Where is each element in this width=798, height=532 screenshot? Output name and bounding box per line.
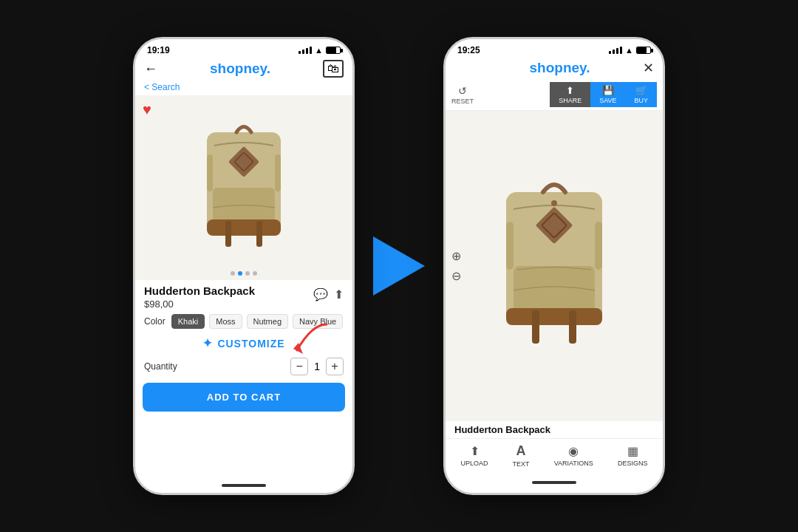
share-icon[interactable]: ⬆ bbox=[334, 287, 344, 301]
svg-rect-8 bbox=[275, 154, 281, 191]
dot-4 bbox=[253, 271, 257, 276]
dot-1 bbox=[231, 271, 235, 276]
buy-icon: 🛒 bbox=[635, 85, 647, 96]
add-to-cart-button[interactable]: ADD TO CART bbox=[143, 383, 345, 412]
buy-button[interactable]: 🛒 BUY bbox=[625, 82, 657, 107]
signal-bar-1 bbox=[299, 51, 301, 54]
product-title-left: Hudderton Backpack bbox=[144, 284, 255, 297]
variations-tool[interactable]: ◉ VARIATIONS bbox=[554, 444, 593, 467]
svg-point-19 bbox=[551, 200, 557, 206]
wifi-icon: ▲ bbox=[315, 46, 323, 55]
product-name-right: Hudderton Backpack bbox=[446, 421, 663, 438]
back-icon[interactable]: ← bbox=[144, 61, 157, 77]
home-bar-right bbox=[446, 472, 663, 487]
battery-icon bbox=[326, 47, 341, 54]
upload-label: UPLOAD bbox=[461, 460, 488, 467]
signal-bars-right bbox=[609, 47, 622, 54]
quantity-label: Quantity bbox=[144, 361, 177, 372]
time-left: 19:19 bbox=[147, 45, 170, 55]
svg-rect-14 bbox=[506, 308, 602, 325]
color-chip-khaki[interactable]: Khaki bbox=[171, 314, 205, 329]
customize-row: ✦ CUSTOMIZE bbox=[135, 332, 352, 355]
color-label: Color bbox=[144, 316, 166, 327]
reset-label: RESET bbox=[451, 98, 474, 105]
signal-bar-2 bbox=[302, 50, 304, 54]
close-icon[interactable]: ✕ bbox=[643, 60, 654, 76]
toolbar-actions: ⬆ SHARE 💾 SAVE 🛒 BUY bbox=[550, 82, 657, 107]
product-price-left: $98,00 bbox=[144, 299, 255, 310]
cart-icon[interactable]: 🛍 bbox=[323, 60, 344, 78]
play-arrow-container bbox=[355, 236, 443, 296]
share-label: SHARE bbox=[559, 97, 582, 104]
variations-icon: ◉ bbox=[568, 444, 579, 458]
signal-bars bbox=[299, 47, 312, 54]
product-image-area-right: ⊕ ⊖ bbox=[446, 111, 663, 421]
search-bar[interactable]: < Search bbox=[135, 81, 352, 95]
svg-rect-7 bbox=[207, 154, 213, 191]
svg-rect-4 bbox=[207, 219, 281, 236]
home-indicator-left bbox=[222, 484, 266, 487]
customize-icon: ✦ bbox=[202, 336, 213, 350]
zoom-in-icon[interactable]: ⊕ bbox=[451, 249, 461, 263]
scene: 19:19 ▲ ← shopney. 🛍 bbox=[0, 0, 798, 532]
bottom-toolbar: ⬆ UPLOAD A TEXT ◉ VARIATIONS ▦ DESIGNS bbox=[446, 438, 663, 472]
product-image bbox=[185, 110, 303, 265]
status-bar-right: 19:25 ▲ bbox=[446, 39, 663, 58]
text-icon: A bbox=[516, 443, 526, 459]
svg-rect-6 bbox=[256, 221, 262, 247]
share-icon-toolbar: ⬆ bbox=[566, 85, 574, 96]
dot-3 bbox=[245, 271, 250, 276]
upload-icon: ⬆ bbox=[470, 444, 480, 458]
svg-rect-15 bbox=[532, 310, 539, 344]
nav-bar-right: shopney. ✕ bbox=[446, 58, 663, 79]
save-label: SAVE bbox=[599, 97, 616, 104]
nav-bar-left: ← shopney. 🛍 bbox=[135, 58, 352, 81]
signal-bar-3 bbox=[306, 48, 308, 54]
home-indicator-right bbox=[532, 481, 576, 484]
product-image-right bbox=[480, 166, 628, 366]
designs-tool[interactable]: ▦ DESIGNS bbox=[618, 444, 648, 467]
save-button[interactable]: 💾 SAVE bbox=[590, 82, 625, 107]
signal-bar-r4 bbox=[620, 47, 622, 54]
play-arrow bbox=[373, 236, 425, 296]
wifi-icon-right: ▲ bbox=[625, 46, 633, 55]
reset-button[interactable]: ↺ RESET bbox=[451, 85, 474, 105]
share-button[interactable]: ⬆ SHARE bbox=[550, 82, 590, 107]
zoom-out-icon[interactable]: ⊖ bbox=[451, 269, 461, 283]
variations-label: VARIATIONS bbox=[554, 460, 593, 467]
buy-label: BUY bbox=[634, 97, 648, 104]
phone-right: 19:25 ▲ shopney. ✕ bbox=[443, 37, 665, 495]
heart-icon[interactable]: ♥ bbox=[143, 101, 151, 118]
reset-icon: ↺ bbox=[458, 85, 467, 97]
battery-icon-right bbox=[636, 47, 651, 54]
zoom-controls: ⊕ ⊖ bbox=[451, 249, 461, 283]
dot-indicators bbox=[231, 271, 257, 276]
svg-rect-16 bbox=[569, 310, 576, 344]
text-tool[interactable]: A TEXT bbox=[513, 443, 530, 468]
color-chip-moss[interactable]: Moss bbox=[209, 314, 242, 329]
time-right: 19:25 bbox=[457, 45, 480, 55]
signal-bar-r3 bbox=[616, 48, 618, 54]
signal-bar-4 bbox=[310, 47, 312, 54]
dot-2 bbox=[238, 271, 242, 276]
svg-rect-17 bbox=[506, 222, 514, 270]
status-icons-left: ▲ bbox=[299, 46, 341, 55]
logo-left: shopney. bbox=[210, 61, 270, 77]
svg-rect-18 bbox=[595, 222, 602, 270]
signal-bar-r2 bbox=[613, 50, 615, 54]
product-image-area-left: ♥ bbox=[135, 95, 352, 280]
signal-bar-r1 bbox=[609, 51, 611, 54]
svg-rect-5 bbox=[225, 221, 231, 247]
upload-tool[interactable]: ⬆ UPLOAD bbox=[461, 444, 488, 467]
designs-icon: ▦ bbox=[627, 444, 638, 458]
home-bar-left bbox=[135, 416, 352, 493]
arrow-annotation bbox=[267, 321, 341, 365]
save-icon: 💾 bbox=[602, 85, 614, 96]
product-info-row: Hudderton Backpack $98,00 💬 ⬆ bbox=[135, 280, 352, 311]
status-icons-right: ▲ bbox=[609, 46, 651, 55]
logo-right: shopney. bbox=[530, 60, 590, 76]
designs-label: DESIGNS bbox=[618, 460, 648, 467]
status-bar-left: 19:19 ▲ bbox=[135, 39, 352, 58]
text-label: TEXT bbox=[513, 460, 530, 468]
chat-icon[interactable]: 💬 bbox=[313, 287, 328, 301]
